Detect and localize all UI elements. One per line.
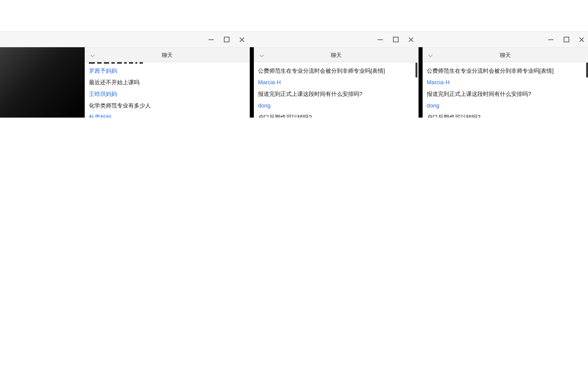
close-button[interactable]: [237, 35, 246, 44]
sender-name-clipped: 182****1839: [258, 62, 417, 65]
window-gap: [250, 47, 254, 118]
chat-titlebar: 聊天: [254, 47, 419, 62]
chat-message: 户口后期也可以转吗?: [258, 111, 417, 118]
chat-titlebar: 聊天: [423, 47, 588, 62]
minimize-icon: [209, 39, 214, 40]
window-controls-middle: [376, 32, 415, 47]
chat-window-right: 聊天 182****1839公费师范生在专业分流时会被分到非师专业吗[表情]Ma…: [423, 47, 588, 118]
minimize-button[interactable]: [207, 35, 216, 44]
chat-message: 公费师范生在专业分流时会被分到非师专业吗[表情]: [258, 65, 417, 77]
chat-message: 报道完到正式上课这段时间有什么安排吗?: [427, 89, 587, 100]
chat-title: 聊天: [85, 48, 250, 63]
sender-name: 杜雪妈妈: [89, 111, 248, 118]
message-list: 182****1839公费师范生在专业分流时会被分到非师专业吗[表情]Marci…: [254, 62, 419, 118]
sender-name: Marcia·H: [427, 77, 587, 89]
message-list: 182****1839公费师范生在专业分流时会被分到非师专业吗[表情]Marci…: [423, 62, 588, 118]
chat-window-middle: 聊天 182****1839公费师范生在专业分流时会被分到非师专业吗[表情]Ma…: [254, 47, 419, 118]
minimize-icon: [548, 39, 554, 40]
chat-window-left: 聊天 罗茜予妈妈最近还不开始上课吗王晗琪妈妈化学类师范专业有多少人杜雪妈妈白天几…: [85, 47, 250, 118]
minimize-icon: [378, 39, 383, 40]
window-gap: [419, 47, 423, 118]
sender-name: Marcia·H: [258, 77, 417, 89]
scrollbar-thumb[interactable]: [415, 63, 417, 78]
sender-name: dong: [427, 100, 587, 112]
chat-message: 化学类师范专业有多少人: [89, 100, 248, 112]
maximize-icon: [224, 37, 229, 42]
message-list: 罗茜予妈妈最近还不开始上课吗王晗琪妈妈化学类师范专业有多少人杜雪妈妈白天几点开始…: [85, 62, 250, 118]
close-icon: [239, 37, 244, 42]
chat-titlebar: 聊天: [85, 47, 250, 62]
maximize-button[interactable]: [222, 35, 231, 44]
window-chrome-band: [0, 31, 588, 47]
maximize-button[interactable]: [391, 35, 400, 44]
close-button[interactable]: [407, 35, 416, 44]
close-icon: [579, 37, 584, 42]
message-area: 罗茜予妈妈最近还不开始上课吗王晗琪妈妈化学类师范专业有多少人杜雪妈妈白天几点开始…: [85, 62, 250, 118]
maximize-button[interactable]: [562, 35, 571, 44]
message-area: 182****1839公费师范生在专业分流时会被分到非师专业吗[表情]Marci…: [254, 62, 419, 118]
minimize-button[interactable]: [546, 35, 556, 44]
close-button[interactable]: [577, 35, 586, 44]
sender-name: dong: [258, 100, 417, 112]
screen: 聊天 罗茜予妈妈最近还不开始上课吗王晗琪妈妈化学类师范专业有多少人杜雪妈妈白天几…: [0, 0, 588, 118]
clipped-message-fragment: [89, 62, 248, 65]
chat-message: 公费师范生在专业分流时会被分到非师专业吗[表情]: [427, 65, 587, 77]
sender-name: 王晗琪妈妈: [89, 89, 248, 100]
chat-title: 聊天: [423, 48, 588, 63]
chat-message: 最近还不开始上课吗: [89, 77, 248, 89]
window-controls-right: [546, 32, 586, 47]
message-area: 182****1839公费师范生在专业分流时会被分到非师专业吗[表情]Marci…: [423, 62, 588, 118]
scrollbar-thumb[interactable]: [586, 63, 588, 78]
chat-title: 聊天: [254, 48, 419, 63]
minimize-button[interactable]: [376, 35, 385, 44]
meeting-video-backdrop: [0, 47, 85, 118]
sender-name-clipped: 182****1839: [427, 62, 587, 65]
chat-message: 户口后期也可以转吗?: [427, 111, 587, 118]
close-icon: [409, 37, 414, 42]
window-controls-left: [207, 32, 246, 47]
chat-message: 报道完到正式上课这段时间有什么安排吗?: [258, 89, 417, 100]
maximize-icon: [563, 37, 569, 42]
maximize-icon: [393, 37, 399, 42]
sender-name: 罗茜予妈妈: [89, 65, 248, 77]
